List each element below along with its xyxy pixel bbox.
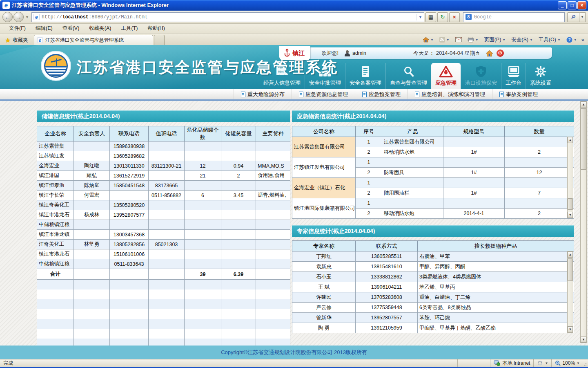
stop-button[interactable]: × — [449, 12, 460, 22]
user-bar: 镇江 欢迎您! admin 今天是： 2014-04-04 星期五 ⏻︎ — [279, 47, 552, 59]
table-row[interactable]: 袁新忠13815481610甲醇、异丙醇、丙酮 — [292, 262, 574, 272]
page-menu[interactable]: 页面(P)▼ — [482, 35, 508, 45]
overflow-chevron-icon[interactable]: » — [580, 37, 586, 43]
table-row[interactable]: 石小玉133388128623类易燃液体、4类易燃固体 — [292, 272, 574, 282]
print-button[interactable]: ▼ — [465, 35, 481, 45]
menu-item-4[interactable]: 工具(T) — [116, 24, 143, 33]
resize-grip[interactable] — [583, 359, 588, 367]
protected-mode-control[interactable]: ▼ — [533, 359, 551, 367]
nav-item-safety-filing[interactable]: 安全备案管理 — [345, 63, 385, 89]
cell — [185, 210, 221, 220]
table-row[interactable]: 严云修137753594486类毒害品、8类腐蚀品 — [292, 303, 574, 313]
table-row[interactable]: 管新华13952807557苯胺、环己烷 — [292, 313, 574, 323]
nav-item-operators[interactable]: 经营人信息管理 — [259, 63, 305, 89]
spec-cell — [443, 157, 505, 168]
supplies-scrollbar[interactable]: ▲ ▼ — [567, 137, 573, 218]
history-dropdown-icon[interactable]: ▼ — [25, 15, 29, 19]
scroll-up-icon[interactable]: ▲ — [568, 137, 573, 143]
menu-item-5[interactable]: 帮助(H) — [143, 24, 169, 33]
table-row[interactable]: 镇江港国际集装箱有限公司1 — [292, 198, 574, 209]
table-row[interactable]: 江苏镇江发13605289682 — [37, 151, 290, 161]
nav-item-self-inspection[interactable]: 自查与督查管理 — [385, 63, 431, 89]
table-row[interactable]: 许建民13705283608重油、白蜡油、丁二烯 — [292, 292, 574, 303]
table-row[interactable]: 金海宏业（镇江）石化1 — [292, 178, 574, 188]
specialty-cell: 甲缩醛、甲基异丁基酮、乙酸乙酯 — [418, 323, 574, 333]
home-shortcut-icon[interactable] — [486, 50, 493, 57]
nav-item-workbench[interactable]: 工作台 — [501, 63, 526, 89]
table-row[interactable]: 江苏镇江发电有限公司1 — [292, 157, 574, 168]
scrollbar-thumb[interactable] — [568, 258, 573, 281]
new-tab-button[interactable] — [154, 35, 165, 45]
safety-menu[interactable]: 安全(S)▼ — [509, 35, 535, 45]
refresh-button[interactable]: ↻ — [437, 12, 448, 22]
table-row[interactable]: 镇江市港龙石杨成林13952807577 — [37, 210, 290, 220]
empty-cell — [110, 299, 149, 309]
table-row[interactable]: 陶 勇13912105959甲缩醛、甲基异丁基酮、乙酸乙酯 — [292, 323, 574, 333]
table-row[interactable]: 江奇美化工林坚勇1380528285685021303 — [37, 240, 290, 249]
cell — [74, 249, 110, 259]
logout-button[interactable]: ⏻︎ — [497, 49, 504, 57]
table-row[interactable]: 王 斌13906104211苯乙烯、甲基丙 — [292, 282, 574, 292]
compatibility-view-button[interactable]: ▦ — [425, 12, 436, 22]
table-row[interactable]: 中储粮镇江粮0511-833643 — [37, 259, 290, 269]
product-cell: 移动消防水炮 — [382, 209, 443, 219]
region-selector[interactable]: 镇江 — [279, 46, 310, 60]
cell — [185, 181, 221, 191]
subnav-item-3[interactable]: 应急培训、演练和演习管理 — [408, 89, 492, 99]
cell: 镇江奇美化工 — [37, 200, 74, 210]
empty-cell — [256, 319, 290, 329]
qty-cell: 7 — [505, 188, 574, 198]
search-button[interactable]: 🔎︎ — [567, 12, 579, 22]
minimize-button[interactable]: _ — [558, 1, 567, 9]
favorites-button[interactable]: ★ 收藏夹 — [2, 35, 31, 45]
table-row[interactable]: 金海宏业陶红暾1301301133083121300-21120.94MMA,M… — [37, 161, 290, 171]
home-button[interactable]: ▼ — [420, 35, 436, 45]
help-button[interactable]: ?▼ — [564, 35, 579, 45]
subnav-item-4[interactable]: 事故案例管理 — [492, 89, 545, 99]
table-row[interactable]: 丁邦红13605285511石脑油、甲苯 — [292, 251, 574, 262]
browser-tab[interactable]: e 江苏省港口安全监管与应急管理系统 — [34, 35, 153, 45]
zoom-control[interactable]: 100%▼ — [551, 359, 583, 367]
table-row[interactable]: 镇江市港龙镇13003457368 — [37, 230, 290, 240]
table-row[interactable]: 镇江李长荣何雪宏0511-85688263.45沥青,燃料油, — [37, 191, 290, 200]
table-row[interactable]: 镇江市港龙石15106101006 — [37, 249, 290, 259]
scroll-down-icon[interactable]: ▼ — [568, 326, 573, 332]
subnav-item-1[interactable]: 应急资源信息管理 — [292, 89, 355, 99]
scrollbar-thumb[interactable] — [581, 108, 586, 170]
scroll-down-icon[interactable]: ▼ — [581, 337, 586, 343]
page-scrollbar[interactable]: ▲ ▼ — [580, 101, 587, 343]
menu-item-0[interactable]: 文件(F) — [4, 24, 31, 33]
scroll-down-icon[interactable]: ▼ — [568, 212, 573, 218]
nav-item-settings[interactable]: 系统设置 — [526, 63, 555, 89]
nav-item-port-security[interactable]: 港口设施保安 — [461, 63, 501, 89]
table-row[interactable]: 中储粮镇江粮 — [37, 220, 290, 230]
experts-scrollbar[interactable]: ▲ ▼ — [567, 251, 573, 333]
scroll-up-icon[interactable]: ▲ — [568, 251, 573, 258]
table-row[interactable]: 镇江奇美化工13505280520 — [37, 200, 290, 210]
feeds-button[interactable]: ▼ — [437, 35, 452, 45]
mail-button[interactable] — [453, 35, 464, 45]
restore-button[interactable]: □ — [568, 1, 577, 9]
table-row[interactable]: 镇江恒泰沥陈炳庭1585045154883173665 — [37, 181, 290, 191]
tools-menu[interactable]: 工具(O)▼ — [536, 35, 563, 45]
forward-button[interactable]: → — [13, 12, 24, 22]
cell: 13605289682 — [110, 151, 149, 161]
table-row[interactable]: 江苏索普集15896380938 — [37, 141, 290, 151]
scrollbar-thumb[interactable] — [568, 198, 573, 210]
subnav-item-2[interactable]: 应急预案管理 — [355, 89, 408, 99]
nav-item-emergency[interactable]: 应急管理 — [431, 63, 461, 89]
close-button[interactable]: × — [577, 1, 586, 9]
search-options-icon[interactable]: ▼ — [579, 12, 586, 22]
table-row[interactable]: 镇江港国顾弘13615272919212食用油,食用 — [37, 171, 290, 181]
search-input[interactable]: 8 Google — [463, 12, 565, 22]
table-row[interactable]: 江苏索普集团有限公司1江苏索普集团有限公司 — [292, 137, 574, 147]
scroll-up-icon[interactable]: ▲ — [581, 101, 586, 108]
menu-item-1[interactable]: 编辑(E) — [31, 24, 58, 33]
menu-item-3[interactable]: 收藏夹(A) — [84, 24, 116, 33]
url-field[interactable]: e http://localhost:8080/yjpt/Main.html ▼ — [31, 12, 424, 22]
back-button[interactable]: ← — [2, 12, 13, 22]
nav-item-safety-approval[interactable]: 安全审批管理 — [305, 63, 345, 89]
url-dropdown-icon[interactable]: ▼ — [416, 14, 422, 20]
menu-item-2[interactable]: 查看(V) — [58, 24, 85, 33]
subnav-item-0[interactable]: 重大危险源分布 — [234, 89, 292, 99]
